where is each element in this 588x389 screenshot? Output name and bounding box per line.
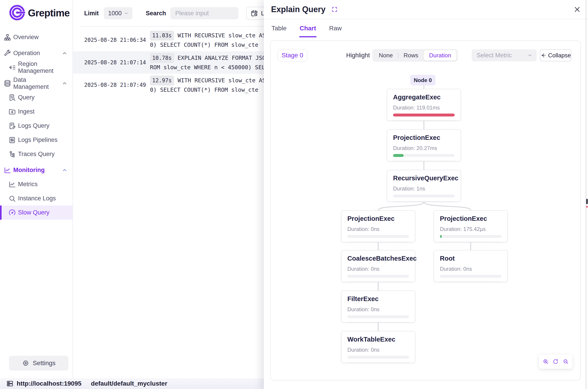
sidebar-item-metrics[interactable]: Metrics <box>0 177 73 191</box>
sidebar: Greptime Overview Operation Region Manag… <box>0 0 73 378</box>
stage-button[interactable]: Stage 0 <box>277 49 307 62</box>
sidebar-item-operation[interactable]: Operation <box>0 46 73 60</box>
sidebar-item-traces-query[interactable]: Traces Query <box>0 147 73 161</box>
plan-node-duration: Duration: 20.27ms <box>393 145 455 151</box>
plan-node-projectionexec[interactable]: ProjectionExec Duration: 175.42µs <box>434 210 508 242</box>
search-icon <box>8 195 16 202</box>
cluster-name: default/default_mycluster <box>91 380 167 387</box>
duration-bar <box>440 235 502 238</box>
duration-bar <box>347 356 409 359</box>
duration-bar <box>393 194 455 197</box>
tab-table[interactable]: Table <box>271 25 287 34</box>
plan-node-projectionexec[interactable]: ProjectionExec Duration: 20.27ms <box>387 129 461 162</box>
plan-node-title: ProjectionExec <box>393 134 455 141</box>
highlight-option-none[interactable]: None <box>373 50 398 61</box>
expand-icon <box>331 6 338 13</box>
sidebar-item-logs-pipelines[interactable]: Logs Pipelines <box>0 133 73 147</box>
chevron-down-icon <box>527 53 533 58</box>
merge-left-icon <box>8 64 16 71</box>
scrollbar[interactable] <box>586 0 588 389</box>
settings-button[interactable]: Settings <box>9 356 69 371</box>
zoom-in-icon[interactable] <box>543 358 549 365</box>
search-input[interactable] <box>170 7 238 19</box>
chevron-down-icon <box>124 11 129 16</box>
chevron-up-icon[interactable] <box>62 50 68 56</box>
tree-icon <box>8 150 16 158</box>
plan-node-title: ProjectionExec <box>347 215 409 222</box>
sidebar-item-data-management[interactable]: Data Management <box>0 76 73 90</box>
plan-node-aggregateexec[interactable]: AggregateExec Duration: 119.01ms <box>387 89 461 121</box>
wrench-icon <box>4 49 11 57</box>
duration-bar <box>393 154 455 157</box>
duration-bar <box>347 275 409 278</box>
query-timestamp: 2025-08-28 21:06:34 <box>84 37 147 43</box>
duration-badge: 11.03s <box>150 31 174 40</box>
main-content: Limit 1000 Search Last 2025-08-28 21:06:… <box>73 0 264 378</box>
scrollbar-thumb[interactable] <box>586 199 588 204</box>
plan-node-duration: Duration: 0ns <box>347 347 409 353</box>
search-label: Search <box>146 10 166 17</box>
drawer-tabs: TableChartRaw <box>264 19 588 40</box>
sidebar-item-region-management[interactable]: Region Management <box>0 60 73 74</box>
plan-node-title: RecursiveQueryExec <box>393 175 455 181</box>
sidebar-item-overview[interactable]: Overview <box>0 30 73 44</box>
plan-node-coalescebatchesexec[interactable]: CoalesceBatchesExec Duration: 0ns <box>341 250 415 282</box>
gauge-icon <box>8 209 16 217</box>
limit-select[interactable]: 1000 <box>104 7 132 19</box>
plan-node-title: AggregateExec <box>393 94 455 100</box>
highlight-option-rows[interactable]: Rows <box>398 50 424 61</box>
app-root: Greptime Overview Operation Region Manag… <box>0 0 588 389</box>
tab-chart[interactable]: Chart <box>300 25 316 34</box>
plan-node-duration: Duration: 0ns <box>347 306 409 312</box>
node-separator <box>393 161 455 161</box>
query-timestamp: 2025-08-28 21:07:14 <box>84 59 147 66</box>
chevron-up-icon[interactable] <box>62 80 68 86</box>
folder-import-icon <box>8 108 16 116</box>
plan-node-root[interactable]: Root Duration: 0ns <box>434 250 508 282</box>
sliders-icon <box>8 136 16 144</box>
sidebar-item-slow-query[interactable]: Slow Query <box>0 205 73 220</box>
sidebar-item-monitoring[interactable]: Monitoring <box>0 163 73 177</box>
zoom-toolbar <box>539 354 572 369</box>
highlight-option-duration[interactable]: Duration <box>424 50 457 61</box>
plan-node-duration: Duration: 1ns <box>393 186 455 191</box>
node-badge: Node 0 <box>410 75 435 85</box>
collapse-label: Collapse <box>548 52 571 59</box>
plan-node-filterexec[interactable]: FilterExec Duration: 0ns <box>341 291 415 323</box>
zoom-out-icon[interactable] <box>563 358 569 365</box>
highlight-label: Highlight <box>346 52 370 59</box>
sidebar-item-logs-query[interactable]: Logs Query <box>0 119 73 133</box>
drawer-title: Explain Query <box>271 5 326 14</box>
sidebar-item-ingest[interactable]: Ingest <box>0 104 73 119</box>
plan-node-duration: Duration: 0ns <box>347 266 409 272</box>
duration-bar <box>393 114 455 116</box>
node-separator <box>347 242 409 242</box>
metric-select[interactable]: Select Metric <box>472 49 537 61</box>
explain-query-drawer: Explain Query TableChartRaw Node 0 Aggre… <box>264 0 588 389</box>
server-icon <box>6 380 13 387</box>
settings-label: Settings <box>33 359 55 367</box>
plan-canvas: Node 0 AggregateExec Duration: 119.01ms … <box>271 41 581 381</box>
chevron-up-icon[interactable] <box>62 167 68 173</box>
close-button[interactable] <box>574 6 581 13</box>
line-chart-icon <box>8 181 16 188</box>
plan-node-duration: Duration: 175.42µs <box>440 226 502 232</box>
gear-icon <box>22 359 30 367</box>
expand-button[interactable] <box>331 6 338 13</box>
collapse-button[interactable]: Collapse <box>540 49 571 61</box>
duration-bar <box>347 315 409 318</box>
duration-bar <box>347 235 409 238</box>
limit-label: Limit <box>84 10 99 17</box>
plan-node-projectionexec[interactable]: ProjectionExec Duration: 0ns <box>341 210 415 242</box>
database-icon <box>4 80 11 87</box>
highlight-segmented-control: NoneRowsDuration <box>372 49 458 62</box>
plan-node-recursivequeryexec[interactable]: RecursiveQueryExec Duration: 1ns <box>387 170 461 202</box>
plan-chart-card: Node 0 AggregateExec Duration: 119.01ms … <box>270 40 581 381</box>
plan-node-worktableexec[interactable]: WorkTableExec Duration: 0ns <box>341 331 415 363</box>
scrollbar-marker <box>586 206 588 208</box>
close-icon <box>574 6 581 13</box>
sidebar-item-query[interactable]: Query <box>0 90 73 104</box>
tab-raw[interactable]: Raw <box>329 25 342 34</box>
sidebar-item-instance-logs[interactable]: Instance Logs <box>0 191 73 205</box>
refresh-icon[interactable] <box>552 358 559 365</box>
